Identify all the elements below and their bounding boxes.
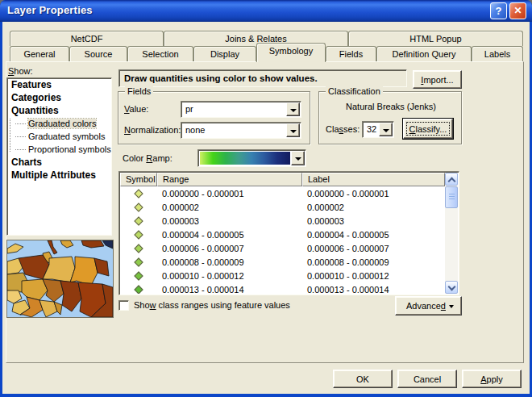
tab-definition-query[interactable]: Definition Query [376,46,472,61]
table-row[interactable]: 0.000000 - 0.0000010.000000 - 0.000001 [120,186,445,200]
range-cell: 0.000008 - 0.000009 [157,257,301,267]
show-item-charts[interactable]: Charts [7,156,111,169]
symbol-cell[interactable] [120,245,157,252]
advanced-button[interactable]: Advanced [395,296,462,316]
diamond-symbol-icon [134,257,143,266]
table-row[interactable]: 0.000008 - 0.0000090.000008 - 0.000009 [120,255,445,269]
scrollbar-thumb[interactable] [445,186,458,208]
value-combo-value: pr [185,104,193,114]
value-combo-dropdown-icon[interactable] [286,102,300,116]
map-preview [6,240,114,318]
label-cell: 0.000008 - 0.000009 [301,257,445,267]
table-body: 0.000000 - 0.0000010.000000 - 0.0000010.… [120,186,445,294]
tab-fields[interactable]: Fields [326,46,376,61]
help-icon[interactable]: ? [490,2,507,19]
window-title: Layer Properties [7,4,93,16]
column-header-symbol[interactable]: Symbol [120,173,157,186]
show-item-graduated-colors[interactable]: Graduated colors [7,117,111,130]
diamond-symbol-icon [134,271,143,280]
apply-button[interactable]: Apply [462,370,522,388]
cancel-button[interactable]: Cancel [397,370,457,388]
renderer-description: Draw quantities using color to show valu… [118,69,407,87]
scroll-down-icon[interactable] [445,281,458,294]
value-label: Value: [124,104,148,114]
color-ramp-combo[interactable] [197,149,306,167]
symbol-table[interactable]: SymbolRangeLabel 0.000000 - 0.0000010.00… [118,171,459,295]
show-item-label: Categories [11,92,61,103]
table-row[interactable]: 0.000010 - 0.0000120.000010 - 0.000012 [120,269,445,282]
range-cell: 0.000003 [157,216,301,226]
column-header-range[interactable]: Range [157,173,302,186]
diamond-symbol-icon [134,285,143,294]
title-bar[interactable]: Layer Properties ? ✕ [0,0,532,22]
tab-netcdf[interactable]: NetCDF [10,31,164,46]
normalization-combo[interactable]: none [181,122,301,139]
symbol-cell[interactable] [120,286,157,293]
show-item-graduated-symbols[interactable]: Graduated symbols [7,130,111,143]
symbol-cell[interactable] [120,232,157,238]
scroll-up-icon[interactable] [445,173,458,186]
classes-combo-value: 32 [367,124,376,134]
classes-combo-dropdown-icon[interactable] [379,123,393,136]
range-cell: 0.000000 - 0.000001 [157,189,301,198]
table-scrollbar[interactable] [445,173,458,294]
label-cell: 0.000010 - 0.000012 [301,271,445,281]
classify-button[interactable]: Classify... [403,119,453,139]
tab-symbology[interactable]: Symbology [256,43,326,62]
tree-connector [10,119,10,152]
tab-labels[interactable]: Labels [472,46,523,61]
label-cell: 0.000013 - 0.000014 [301,285,445,295]
show-item-label: Multiple Attributes [11,169,96,181]
show-item-features[interactable]: Features [7,78,111,91]
diamond-symbol-icon [134,230,143,239]
ok-button[interactable]: OK [333,370,393,388]
normalization-label: Normalization: [124,125,181,135]
table-row[interactable]: 0.0000030.000003 [120,214,445,228]
show-item-label: Features [11,79,52,90]
label-cell: 0.000000 - 0.000001 [301,189,445,198]
show-item-categories[interactable]: Categories [7,91,111,104]
symbol-cell[interactable] [120,218,157,224]
range-cell: 0.000006 - 0.000007 [157,244,301,253]
show-class-ranges-checkbox[interactable] [118,300,129,311]
range-cell: 0.000013 - 0.000014 [157,285,301,295]
classification-group-label: Classification [326,86,383,97]
table-row[interactable]: 0.000004 - 0.0000050.000004 - 0.000005 [120,228,445,241]
import-button[interactable]: Import... [413,70,462,89]
label-cell: 0.000003 [301,216,445,226]
color-ramp-dropdown-icon[interactable] [291,151,305,165]
show-list[interactable]: FeaturesCategoriesQuantitiesGraduated co… [6,77,112,236]
classes-combo[interactable]: 32 [362,121,394,138]
fields-group: Fields Value: pr Normalization: none [118,91,310,144]
show-item-quantities[interactable]: Quantities [7,104,111,117]
symbol-cell[interactable] [120,259,157,265]
diamond-symbol-icon [134,244,143,253]
close-icon[interactable]: ✕ [509,2,526,19]
advanced-dropdown-icon [449,305,454,311]
show-item-multiple-attributes[interactable]: Multiple Attributes [7,169,111,182]
range-cell: 0.000010 - 0.000012 [157,271,301,281]
show-item-proportional-symbols[interactable]: Proportional symbols [7,143,111,156]
tab-source[interactable]: Source [69,46,127,61]
symbol-cell[interactable] [120,204,157,211]
table-row[interactable]: 0.000013 - 0.0000140.000013 - 0.000014 [120,282,445,294]
tab-selection[interactable]: Selection [127,46,193,61]
normalization-combo-dropdown-icon[interactable] [286,123,300,137]
tab-display[interactable]: Display [193,46,256,61]
tab-html-popup[interactable]: HTML Popup [348,31,523,46]
label-cell: 0.000006 - 0.000007 [301,244,445,253]
value-combo[interactable]: pr [181,101,301,118]
show-item-label: Proportional symbols [28,144,111,154]
tab-general[interactable]: General [10,46,69,61]
table-row[interactable]: 0.000006 - 0.0000070.000006 - 0.000007 [120,241,445,255]
symbol-cell[interactable] [120,190,157,197]
show-item-label: Charts [11,157,42,168]
show-item-label: Graduated colors [28,119,96,128]
advanced-button-label: Advanced [406,301,446,311]
table-row[interactable]: 0.0000020.000002 [120,200,445,214]
label-cell: 0.000004 - 0.000005 [301,230,445,240]
show-label: Show: [8,66,33,76]
column-header-label[interactable]: Label [302,173,445,186]
classification-group: Classification Natural Breaks (Jenks) Cl… [318,91,462,144]
symbol-cell[interactable] [120,273,157,279]
